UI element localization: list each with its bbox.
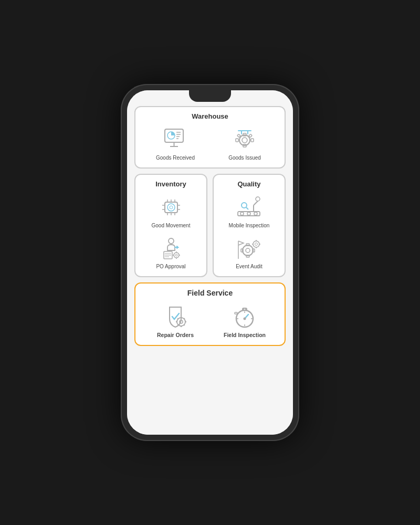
goods-received-item[interactable]: Goods Received <box>141 124 210 163</box>
svg-point-74 <box>244 308 246 310</box>
warehouse-title: Warehouse <box>141 112 279 120</box>
quality-title: Quality <box>219 180 279 188</box>
field-inspection-item[interactable]: Field Inspection <box>210 301 279 341</box>
svg-point-44 <box>254 212 257 215</box>
mobile-inspection-icon <box>233 194 265 220</box>
phone-screen: Warehouse <box>127 90 293 435</box>
repair-orders-label: Repair Orders <box>157 332 194 339</box>
field-service-grid: Repair Orders <box>141 301 279 341</box>
svg-point-19 <box>170 206 173 209</box>
svg-rect-12 <box>236 139 238 142</box>
po-approval-icon <box>155 235 187 261</box>
svg-point-43 <box>247 212 250 215</box>
event-audit-item[interactable]: Event Audit <box>233 233 266 272</box>
svg-rect-14 <box>237 134 240 137</box>
svg-point-50 <box>243 245 253 256</box>
goods-issued-item[interactable]: Goods Issued <box>210 124 279 163</box>
event-audit-icon <box>234 235 265 261</box>
phone-notch <box>189 90 231 102</box>
svg-rect-13 <box>251 139 254 142</box>
warehouse-grid: Goods Received <box>141 124 279 163</box>
repair-orders-icon <box>160 303 191 330</box>
svg-point-51 <box>246 248 250 253</box>
svg-point-18 <box>167 204 175 211</box>
svg-point-36 <box>175 254 177 256</box>
svg-rect-75 <box>235 312 237 314</box>
repair-orders-item[interactable]: Repair Orders <box>141 301 210 341</box>
field-inspection-label: Field Inspection <box>224 332 266 339</box>
quality-grid: Mobile Inspection <box>219 192 279 272</box>
event-audit-label: Event Audit <box>236 264 262 270</box>
middle-row: Inventory <box>134 174 286 277</box>
app-content: Warehouse <box>127 90 293 435</box>
field-service-section: Field Service <box>134 282 286 346</box>
svg-rect-15 <box>249 134 252 137</box>
good-movement-item[interactable]: Good Movement <box>151 192 192 231</box>
mobile-inspection-label: Mobile Inspection <box>229 223 270 229</box>
inventory-section: Inventory <box>134 174 207 277</box>
svg-point-56 <box>253 241 259 247</box>
svg-point-81 <box>244 318 246 320</box>
good-movement-label: Good Movement <box>152 223 191 229</box>
quality-section: Quality <box>213 174 286 277</box>
goods-received-label: Goods Received <box>156 155 195 161</box>
po-approval-label: PO Approval <box>156 264 185 270</box>
goods-received-icon <box>160 127 191 153</box>
svg-point-47 <box>256 197 260 201</box>
inventory-title: Inventory <box>141 180 201 188</box>
svg-point-35 <box>174 253 179 258</box>
good-movement-icon <box>155 194 187 220</box>
phone-frame: Warehouse <box>121 84 299 441</box>
goods-issued-icon <box>229 127 260 153</box>
warehouse-section: Warehouse <box>134 106 286 169</box>
mobile-inspection-item[interactable]: Mobile Inspection <box>228 192 271 231</box>
goods-issued-label: Goods Issued <box>228 155 261 161</box>
svg-line-49 <box>246 207 248 209</box>
svg-point-42 <box>240 212 244 215</box>
inventory-grid: Good Movement <box>141 192 201 272</box>
svg-line-46 <box>254 201 258 205</box>
svg-point-48 <box>242 203 247 208</box>
svg-point-30 <box>169 238 174 244</box>
field-inspection-icon <box>229 303 260 330</box>
field-service-title: Field Service <box>141 289 279 297</box>
svg-point-8 <box>239 135 250 145</box>
svg-point-57 <box>255 243 257 246</box>
svg-point-9 <box>242 138 247 143</box>
po-approval-item[interactable]: PO Approval <box>154 233 188 272</box>
